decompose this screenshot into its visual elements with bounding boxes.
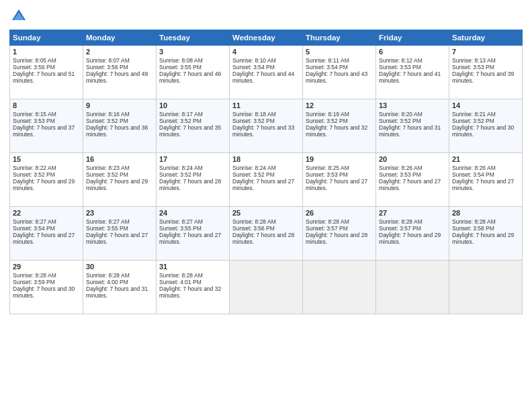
sunset: Sunset: 3:53 PM [306, 171, 348, 178]
day-number: 23 [86, 209, 153, 217]
sunset: Sunset: 3:56 PM [13, 64, 55, 71]
calendar-cell: 29Sunrise: 8:28 AMSunset: 3:59 PMDayligh… [10, 261, 83, 314]
daylight: Daylight: 7 hours and 37 minutes. [13, 124, 75, 138]
sunset: Sunset: 3:52 PM [159, 118, 202, 124]
calendar-cell: 3Sunrise: 8:08 AMSunset: 3:55 PMDaylight… [157, 46, 230, 99]
daylight: Daylight: 7 hours and 43 minutes. [306, 71, 367, 84]
header-row: SundayMondayTuesdayWednesdayThursdayFrid… [10, 30, 523, 46]
sunrise: Sunrise: 8:27 AM [13, 218, 56, 225]
header-day: Saturday [449, 30, 523, 46]
calendar-cell: 27Sunrise: 8:28 AMSunset: 3:57 PMDayligh… [376, 207, 449, 261]
daylight: Daylight: 7 hours and 35 minutes. [159, 124, 221, 138]
sunrise: Sunrise: 8:21 AM [452, 111, 496, 118]
daylight: Daylight: 7 hours and 27 minutes. [13, 232, 75, 245]
daylight: Daylight: 7 hours and 28 minutes. [159, 178, 221, 191]
calendar-cell: 23Sunrise: 8:27 AMSunset: 3:55 PMDayligh… [83, 207, 157, 261]
sunset: Sunset: 3:52 PM [86, 171, 128, 178]
sunset: Sunset: 3:56 PM [232, 225, 275, 232]
day-number: 3 [159, 48, 226, 56]
daylight: Daylight: 7 hours and 27 minutes. [159, 232, 221, 245]
day-number: 4 [232, 48, 300, 56]
calendar-cell: 31Sunrise: 8:28 AMSunset: 4:01 PMDayligh… [157, 261, 230, 314]
sunrise: Sunrise: 8:20 AM [379, 111, 423, 118]
sunrise: Sunrise: 8:12 AM [379, 57, 423, 64]
sunset: Sunset: 3:52 PM [232, 171, 275, 178]
sunset: Sunset: 3:53 PM [379, 171, 421, 178]
calendar-cell: 11Sunrise: 8:18 AMSunset: 3:52 PMDayligh… [230, 99, 303, 153]
calendar-cell: 15Sunrise: 8:22 AMSunset: 3:52 PMDayligh… [10, 153, 83, 207]
sunrise: Sunrise: 8:28 AM [452, 218, 496, 225]
header-day: Friday [376, 30, 449, 46]
calendar-cell: 9Sunrise: 8:16 AMSunset: 3:52 PMDaylight… [83, 99, 157, 153]
calendar-cell: 10Sunrise: 8:17 AMSunset: 3:52 PMDayligh… [157, 99, 230, 153]
sunrise: Sunrise: 8:07 AM [86, 57, 130, 64]
calendar-cell: 19Sunrise: 8:25 AMSunset: 3:53 PMDayligh… [303, 153, 376, 207]
sunset: Sunset: 3:52 PM [379, 118, 421, 124]
sunset: Sunset: 3:54 PM [452, 171, 494, 178]
sunset: Sunset: 3:56 PM [86, 64, 128, 71]
sunset: Sunset: 3:54 PM [306, 64, 348, 71]
day-number: 7 [452, 48, 519, 56]
sunrise: Sunrise: 8:28 AM [13, 272, 56, 279]
sunset: Sunset: 3:57 PM [379, 225, 421, 232]
sunset: Sunset: 3:52 PM [13, 171, 55, 178]
calendar-week-row: 29Sunrise: 8:28 AMSunset: 3:59 PMDayligh… [10, 261, 523, 314]
sunrise: Sunrise: 8:11 AM [306, 57, 349, 64]
calendar-week-row: 22Sunrise: 8:27 AMSunset: 3:54 PMDayligh… [10, 207, 523, 261]
daylight: Daylight: 7 hours and 41 minutes. [379, 71, 441, 84]
calendar-week-row: 8Sunrise: 8:15 AMSunset: 3:53 PMDaylight… [10, 99, 523, 153]
sunset: Sunset: 3:52 PM [159, 171, 202, 178]
sunset: Sunset: 3:59 PM [13, 279, 55, 285]
daylight: Daylight: 7 hours and 29 minutes. [452, 232, 514, 245]
sunset: Sunset: 3:52 PM [232, 118, 275, 124]
sunrise: Sunrise: 8:17 AM [159, 111, 203, 118]
sunrise: Sunrise: 8:10 AM [232, 57, 276, 64]
sunset: Sunset: 3:53 PM [452, 64, 494, 71]
day-number: 1 [13, 48, 80, 56]
calendar-cell: 6Sunrise: 8:12 AMSunset: 3:53 PMDaylight… [376, 46, 449, 99]
sunset: Sunset: 3:52 PM [452, 118, 494, 124]
calendar-week-row: 15Sunrise: 8:22 AMSunset: 3:52 PMDayligh… [10, 153, 523, 207]
day-number: 8 [13, 101, 80, 109]
daylight: Daylight: 7 hours and 28 minutes. [306, 232, 367, 245]
daylight: Daylight: 7 hours and 39 minutes. [452, 71, 514, 84]
sunrise: Sunrise: 8:08 AM [159, 57, 203, 64]
day-number: 10 [159, 101, 226, 109]
daylight: Daylight: 7 hours and 29 minutes. [379, 232, 441, 245]
sunset: Sunset: 3:55 PM [159, 225, 202, 232]
calendar-cell: 18Sunrise: 8:24 AMSunset: 3:52 PMDayligh… [230, 153, 303, 207]
daylight: Daylight: 7 hours and 51 minutes. [13, 71, 75, 84]
calendar-cell [303, 261, 376, 314]
daylight: Daylight: 7 hours and 33 minutes. [232, 124, 294, 138]
day-number: 22 [13, 209, 80, 217]
sunset: Sunset: 3:55 PM [159, 64, 202, 71]
sunrise: Sunrise: 8:28 AM [159, 272, 203, 279]
daylight: Daylight: 7 hours and 49 minutes. [86, 71, 148, 84]
calendar-cell: 26Sunrise: 8:28 AMSunset: 3:57 PMDayligh… [303, 207, 376, 261]
sunrise: Sunrise: 8:05 AM [13, 57, 56, 64]
day-number: 20 [379, 155, 446, 163]
calendar-cell [449, 261, 523, 314]
sunrise: Sunrise: 8:13 AM [452, 57, 496, 64]
day-number: 6 [379, 48, 446, 56]
daylight: Daylight: 7 hours and 28 minutes. [232, 232, 294, 245]
daylight: Daylight: 7 hours and 32 minutes. [159, 285, 221, 299]
calendar-table: SundayMondayTuesdayWednesdayThursdayFrid… [9, 30, 523, 314]
sunrise: Sunrise: 8:23 AM [86, 165, 130, 171]
daylight: Daylight: 7 hours and 44 minutes. [232, 71, 294, 84]
calendar-cell: 1Sunrise: 8:05 AMSunset: 3:56 PMDaylight… [10, 46, 83, 99]
calendar-cell: 20Sunrise: 8:26 AMSunset: 3:53 PMDayligh… [376, 153, 449, 207]
calendar-cell: 28Sunrise: 8:28 AMSunset: 3:58 PMDayligh… [449, 207, 523, 261]
daylight: Daylight: 7 hours and 27 minutes. [86, 232, 148, 245]
daylight: Daylight: 7 hours and 27 minutes. [232, 178, 294, 191]
calendar-cell: 25Sunrise: 8:28 AMSunset: 3:56 PMDayligh… [230, 207, 303, 261]
sunrise: Sunrise: 8:27 AM [86, 218, 130, 225]
sunrise: Sunrise: 8:25 AM [306, 165, 349, 171]
sunrise: Sunrise: 8:24 AM [232, 165, 276, 171]
sunset: Sunset: 4:01 PM [159, 279, 202, 285]
header-day: Thursday [303, 30, 376, 46]
day-number: 24 [159, 209, 226, 217]
day-number: 11 [232, 101, 300, 109]
day-number: 2 [86, 48, 153, 56]
calendar-cell: 14Sunrise: 8:21 AMSunset: 3:52 PMDayligh… [449, 99, 523, 153]
